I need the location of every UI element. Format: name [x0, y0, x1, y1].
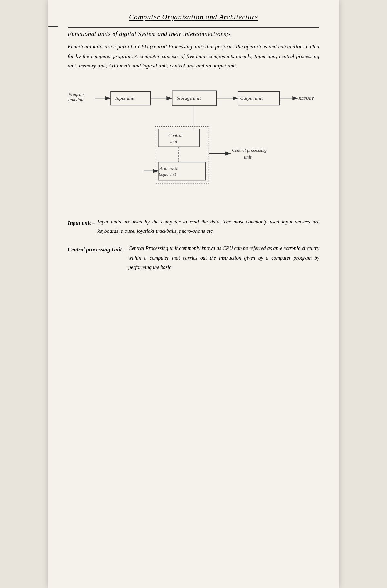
central-proc-label1: Central processing	[232, 148, 267, 153]
output-unit-label: Output unit	[240, 95, 263, 101]
intro-paragraph: Functional units are a part of a CPU (ce…	[68, 42, 319, 71]
program-and-data-label: Program	[68, 91, 85, 97]
title-underline	[68, 27, 319, 28]
subtitle: Functional units of digital System and t…	[68, 30, 319, 37]
cpu-body: Central Processing unit commonly known a…	[128, 243, 319, 272]
input-unit-section: Input unit – Input units are used by the…	[68, 217, 319, 241]
arith-label2: Logic unit	[158, 172, 176, 177]
input-unit-body: Input units are used by the computer to …	[97, 217, 319, 236]
left-dash	[48, 26, 58, 27]
cpu-row: Central processing Unit – Central Proces…	[68, 243, 319, 277]
input-unit-row: Input unit – Input units are used by the…	[68, 217, 319, 241]
control-unit-label2: unit	[170, 139, 178, 144]
diagram-svg: Program and data Input unit Storage unit…	[68, 77, 319, 212]
and-data-label: and data	[68, 97, 84, 102]
central-proc-label2: unit	[244, 154, 252, 160]
cpu-section: Central processing Unit – Central Proces…	[68, 243, 319, 277]
storage-unit-label: Storage unit	[177, 95, 201, 101]
result-label: RESULT	[298, 96, 314, 101]
input-unit-label: Input unit	[115, 95, 134, 101]
cpu-heading: Central processing Unit –	[68, 246, 126, 253]
arith-logic-box	[158, 162, 206, 180]
page-title: Computer Organization and Architecture	[68, 13, 319, 21]
input-unit-heading: Input unit –	[68, 220, 95, 226]
page: Computer Organization and Architecture F…	[48, 0, 339, 588]
arith-label1: Arithmetic	[159, 166, 178, 170]
control-unit-label1: Control	[168, 133, 183, 138]
diagram: Program and data Input unit Storage unit…	[68, 77, 319, 213]
